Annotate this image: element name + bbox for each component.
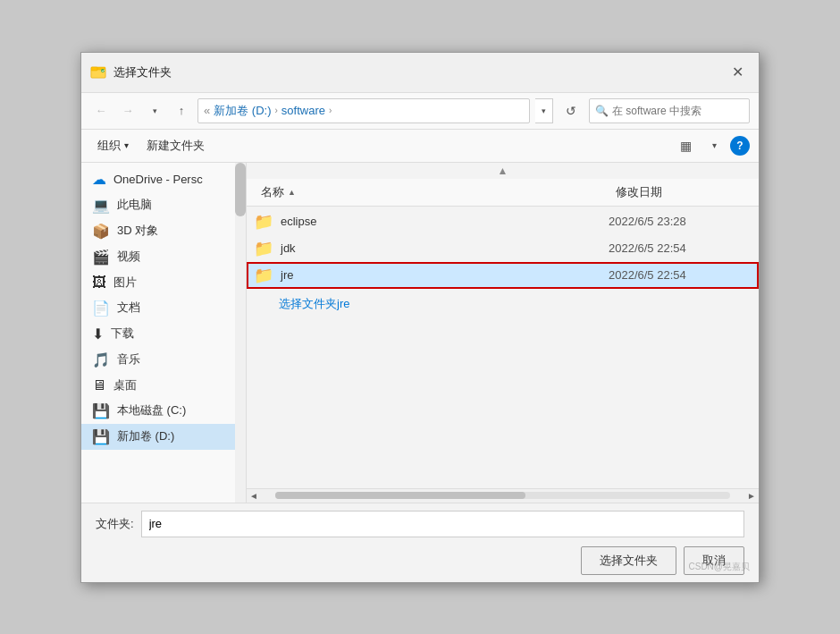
selected-folder-text[interactable]: 选择文件夹jre	[247, 289, 759, 316]
col-sort-icon: ▲	[288, 188, 296, 197]
bottom-bar: 文件夹: 选择文件夹 取消	[81, 503, 759, 582]
refresh-button[interactable]: ↺	[559, 98, 584, 123]
dropdown-nav-button[interactable]: ▾	[144, 100, 165, 122]
thispc-label: 此电脑	[117, 197, 152, 213]
file-item-jdk[interactable]: 📁 jdk 2022/6/5 22:54	[247, 235, 759, 262]
file-item-jre[interactable]: 📁 jre 2022/6/5 22:54	[247, 262, 759, 289]
onedrive-label: OneDrive - Persc	[113, 173, 203, 186]
h-scroll-right-btn[interactable]: ►	[744, 488, 759, 503]
help-button[interactable]: ?	[730, 136, 750, 156]
sidebar-item-onedrive[interactable]: ☁ OneDrive - Persc	[81, 166, 246, 192]
path-chevron-1: ›	[275, 106, 278, 115]
main-content: ☁ OneDrive - Persc 💻 此电脑 📦 3D 对象 🎬 视频 🖼 …	[81, 163, 759, 503]
localdisk-label: 本地磁盘 (C:)	[117, 402, 186, 418]
h-scroll-left-btn[interactable]: ◄	[247, 488, 261, 503]
search-box: 🔍	[589, 98, 750, 123]
thispc-icon: 💻	[92, 197, 110, 214]
sidebar-item-videos[interactable]: 🎬 视频	[81, 244, 246, 270]
eclipse-name: eclipse	[281, 215, 601, 228]
up-button[interactable]: ↑	[171, 100, 192, 122]
sidebar-scrollbar[interactable]	[235, 163, 246, 503]
pictures-icon: 🖼	[92, 275, 106, 291]
eclipse-icon: 📁	[254, 212, 273, 232]
videos-label: 视频	[117, 249, 140, 265]
toolbar: 组织 ▾ 新建文件夹 ▦ ▾ ?	[81, 130, 759, 163]
view-chevron-icon: ▾	[712, 140, 717, 150]
col-date-label: 修改日期	[616, 184, 662, 200]
file-item-eclipse[interactable]: 📁 eclipse 2022/6/5 23:28	[247, 208, 759, 235]
downloads-icon: ⬇	[92, 325, 104, 342]
col-date-header[interactable]: 修改日期	[609, 179, 752, 206]
sidebar-item-documents[interactable]: 📄 文档	[81, 295, 246, 321]
col-name-label: 名称	[261, 184, 284, 200]
path-prefix: «	[204, 104, 210, 117]
action-buttons: 选择文件夹 取消	[96, 546, 744, 575]
desktop-icon: 🖥	[92, 377, 106, 393]
col-name-header[interactable]: 名称 ▲	[254, 179, 609, 206]
newvol-icon: 💾	[92, 428, 110, 445]
dialog-icon	[90, 64, 106, 80]
forward-button[interactable]: →	[117, 100, 139, 122]
music-icon: 🎵	[92, 351, 110, 368]
organize-button[interactable]: 组织 ▾	[90, 134, 136, 157]
videos-icon: 🎬	[92, 249, 110, 266]
sidebar-item-3dobjects[interactable]: 📦 3D 对象	[81, 218, 246, 244]
path-folder[interactable]: software	[281, 104, 325, 117]
path-chevron-2: ›	[329, 106, 332, 115]
back-button[interactable]: ←	[90, 100, 112, 122]
jre-date: 2022/6/5 22:54	[609, 268, 752, 282]
file-list-header: 名称 ▲ 修改日期	[247, 179, 759, 207]
select-folder-button[interactable]: 选择文件夹	[581, 546, 676, 575]
jdk-date: 2022/6/5 22:54	[609, 241, 752, 255]
new-folder-button[interactable]: 新建文件夹	[139, 134, 212, 157]
file-list-container: ▲ 名称 ▲ 修改日期 📁 eclipse 2022/6/5 23:28 📁 j…	[247, 163, 759, 503]
sidebar: ☁ OneDrive - Persc 💻 此电脑 📦 3D 对象 🎬 视频 🖼 …	[81, 163, 247, 503]
path-drive[interactable]: 新加卷 (D:)	[214, 103, 271, 119]
desktop-label: 桌面	[113, 377, 137, 393]
title-bar: 选择文件夹 ✕	[81, 53, 759, 93]
address-path[interactable]: « 新加卷 (D:) › software ›	[197, 98, 530, 123]
sidebar-item-localdisk[interactable]: 💾 本地磁盘 (C:)	[81, 398, 246, 424]
sort-up-icon: ▲	[498, 165, 508, 177]
refresh-icon: ↺	[566, 104, 576, 118]
sidebar-item-newvol[interactable]: 💾 新加卷 (D:)	[81, 424, 246, 450]
documents-icon: 📄	[92, 300, 110, 317]
sidebar-item-music[interactable]: 🎵 音乐	[81, 347, 246, 373]
pictures-label: 图片	[113, 275, 137, 291]
folder-input[interactable]	[141, 511, 744, 537]
organize-label: 组织	[97, 138, 121, 154]
h-scroll-track	[275, 492, 730, 499]
folder-field-row: 文件夹:	[96, 511, 744, 537]
sidebar-item-thispc[interactable]: 💻 此电脑	[81, 192, 246, 218]
close-button[interactable]: ✕	[725, 60, 750, 85]
jre-icon: 📁	[254, 266, 273, 285]
sort-arrow-up[interactable]: ▲	[247, 163, 759, 179]
address-dropdown-btn[interactable]: ▾	[535, 98, 553, 123]
organize-chevron: ▾	[124, 140, 129, 150]
newvol-label: 新加卷 (D:)	[117, 428, 174, 444]
watermark: CSDN@晃嘉贝	[689, 561, 751, 573]
address-bar: ← → ▾ ↑ « 新加卷 (D:) › software › ▾ ↺ 🔍	[81, 93, 759, 130]
new-folder-label: 新建文件夹	[147, 138, 205, 154]
jdk-name: jdk	[281, 241, 601, 255]
title-bar-text: 选择文件夹	[113, 64, 718, 80]
documents-label: 文档	[117, 300, 140, 316]
sidebar-item-downloads[interactable]: ⬇ 下载	[81, 321, 246, 347]
view-icon: ▦	[680, 139, 692, 153]
view-button[interactable]: ▦	[673, 133, 698, 158]
chevron-down-icon: ▾	[542, 106, 546, 115]
jdk-icon: 📁	[254, 239, 273, 258]
search-input[interactable]	[612, 105, 743, 117]
dialog-window: 选择文件夹 ✕ ← → ▾ ↑ « 新加卷 (D:) › software › …	[80, 52, 760, 583]
h-scrollbar[interactable]: ◄ ►	[247, 488, 759, 503]
h-scroll-thumb[interactable]	[275, 492, 525, 499]
sidebar-scroll-thumb[interactable]	[235, 163, 246, 216]
view-chevron-btn[interactable]: ▾	[701, 133, 727, 158]
search-icon: 🔍	[595, 105, 609, 117]
sidebar-item-desktop[interactable]: 🖥 桌面	[81, 373, 246, 398]
eclipse-date: 2022/6/5 23:28	[609, 215, 752, 228]
svg-rect-2	[91, 67, 97, 71]
jre-name: jre	[281, 268, 601, 282]
sidebar-item-pictures[interactable]: 🖼 图片	[81, 270, 246, 295]
3dobjects-icon: 📦	[92, 223, 110, 240]
